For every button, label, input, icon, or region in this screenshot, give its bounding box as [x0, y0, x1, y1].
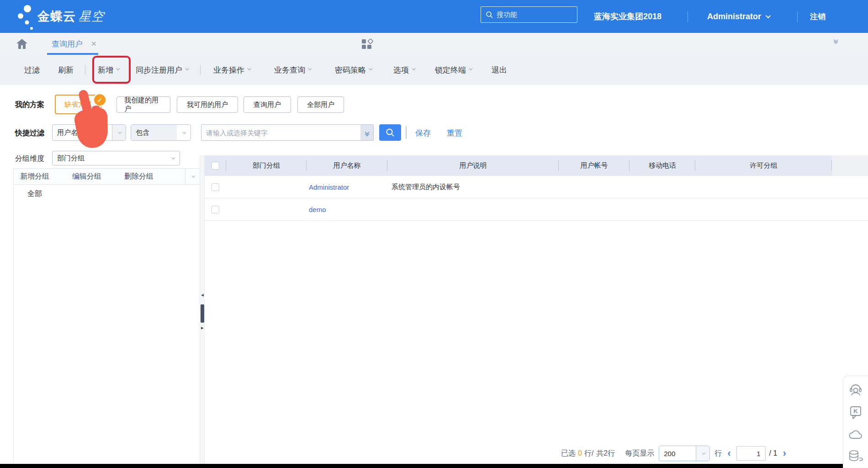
filter-divider: [406, 126, 407, 139]
chevron-down-icon: [177, 125, 191, 140]
page-number-input[interactable]: [736, 446, 766, 461]
users-table: 部门分组 用户名称 用户说明 用户帐号 移动电话 许可分组 Administra…: [205, 155, 868, 221]
group-more-chevron-icon[interactable]: [185, 169, 200, 184]
group-actions-bar: 新增分组 编辑分组 删除分组: [13, 168, 200, 185]
toolbar-biz-operation-button[interactable]: 业务操作: [213, 55, 250, 85]
splitter-collapse-left-icon[interactable]: [201, 294, 204, 297]
next-page-button[interactable]: ›: [783, 448, 786, 458]
per-page-suffix: 行: [715, 449, 722, 458]
scheme-my-created-users-button[interactable]: 我创建的用户: [116, 96, 170, 113]
quick-filter-label: 快捷过滤: [15, 128, 44, 138]
toolbar-lock-terminal-button[interactable]: 锁定终端: [435, 55, 471, 85]
tab-bar: 查询用户 ✕: [0, 33, 868, 55]
action-toolbar: 过滤 刷新 新增 同步注册用户 业务操作 业务查询 密码策略 选项 锁定终端 退…: [0, 55, 868, 85]
logout-button[interactable]: 注销: [810, 0, 826, 33]
selected-check-badge: ✓: [93, 93, 106, 106]
per-page-select[interactable]: 200: [659, 446, 710, 461]
splitter-grip[interactable]: [201, 304, 204, 323]
home-icon[interactable]: [16, 39, 27, 49]
cell-user-desc: [387, 198, 559, 220]
cell-license: [695, 176, 832, 198]
add-group-button[interactable]: 新增分组: [14, 172, 56, 181]
col-dept-group[interactable]: 部门分组: [226, 155, 307, 176]
prev-page-button[interactable]: ‹: [727, 448, 730, 458]
user-menu[interactable]: Administrator: [707, 0, 769, 33]
filter-operator-value: 包含: [131, 125, 177, 140]
toolbar-add-button[interactable]: 新增: [98, 55, 119, 85]
select-all-checkbox[interactable]: [212, 162, 219, 170]
cell-dept: [226, 198, 307, 220]
search-button[interactable]: [379, 124, 401, 141]
row-checkbox[interactable]: [212, 183, 219, 191]
toolbar-exit-button[interactable]: 退出: [492, 55, 507, 85]
toolbar-biz-query-button[interactable]: 业务查询: [274, 55, 311, 85]
col-user-account[interactable]: 用户帐号: [559, 155, 630, 176]
collapse-toolbar-icon[interactable]: [834, 38, 837, 42]
toolbar-password-policy-button[interactable]: 密码策略: [335, 55, 371, 85]
table-row[interactable]: Administrator 系统管理员的内设帐号: [205, 176, 868, 198]
keyword-input-wrap: [201, 124, 374, 141]
my-scheme-label: 我的方案: [15, 100, 44, 110]
apps-grid-icon[interactable]: [36, 39, 699, 50]
search-icon: [386, 128, 395, 137]
global-search-placeholder: 搜功能: [497, 11, 517, 19]
cell-user-desc: 系统管理员的内设帐号: [387, 176, 559, 198]
cell-mobile: [630, 176, 695, 198]
col-user-name[interactable]: 用户名称: [307, 155, 387, 176]
global-search-input[interactable]: 搜功能: [481, 6, 577, 23]
toolbar-filter-button[interactable]: 过滤: [24, 55, 40, 85]
tab-query-users[interactable]: 查询用户 ✕: [47, 33, 101, 55]
toolbar-sync-users-button[interactable]: 同步注册用户: [136, 55, 188, 85]
logo-text-bold: 金蝶云: [37, 10, 76, 23]
save-filter-button[interactable]: 保存: [415, 128, 431, 138]
assistant-side-panel: K: [843, 376, 868, 468]
kingdee-assistant-icon[interactable]: K: [849, 406, 862, 420]
chevron-down-icon: [696, 446, 709, 461]
edit-group-button[interactable]: 编辑分组: [66, 172, 108, 181]
filter-field-select[interactable]: 用户名称: [52, 124, 126, 141]
keyword-input[interactable]: [201, 125, 360, 140]
reset-filter-button[interactable]: 重置: [447, 128, 462, 138]
panel-splitter-handle[interactable]: [200, 155, 205, 464]
data-coins-icon[interactable]: [848, 450, 863, 463]
pagination-bar: 已选 0 行/ 共2行 每页显示 200 行 ‹ / 1 ›: [561, 444, 792, 463]
scheme-all-users-button[interactable]: 全部用户: [297, 96, 344, 113]
chevron-down-icon: [766, 13, 771, 18]
cell-account: [559, 176, 630, 198]
tree-node-all[interactable]: 全部: [14, 185, 200, 199]
group-dimension-select[interactable]: 部门分组: [52, 151, 180, 165]
tab-close-icon[interactable]: ✕: [91, 40, 97, 48]
cloud-icon[interactable]: [848, 429, 863, 440]
customer-service-icon[interactable]: [849, 383, 863, 396]
col-license-group[interactable]: 许可分组: [695, 155, 832, 176]
search-icon: [486, 11, 493, 18]
app-logo-title: 金蝶云星空: [37, 8, 104, 25]
filter-operator-select[interactable]: 包含: [131, 124, 191, 141]
row-checkbox[interactable]: [212, 206, 219, 213]
toolbar-options-button[interactable]: 选项: [393, 55, 414, 85]
tab-label: 查询用户: [52, 39, 83, 49]
table-row[interactable]: demo: [205, 198, 868, 221]
col-user-desc[interactable]: 用户说明: [387, 155, 559, 176]
cell-account: [559, 198, 630, 220]
chevron-down-icon: [116, 66, 120, 70]
keyword-more-icon[interactable]: [360, 125, 373, 140]
user-link[interactable]: demo: [309, 206, 326, 213]
chevron-down-icon: [412, 66, 415, 70]
svg-text:K: K: [853, 408, 858, 415]
splitter-expand-right-icon[interactable]: [201, 327, 204, 330]
chevron-down-icon: [369, 66, 372, 70]
delete-group-button[interactable]: 删除分组: [118, 172, 160, 181]
filter-field-value: 用户名称: [53, 125, 112, 140]
cell-dept: [226, 176, 307, 198]
toolbar-divider: [200, 65, 201, 75]
scheme-my-available-users-button[interactable]: 我可用的用户: [177, 96, 238, 113]
logo-text-light: 星空: [79, 10, 104, 23]
user-link[interactable]: Administrator: [309, 183, 349, 191]
toolbar-refresh-button[interactable]: 刷新: [58, 55, 74, 85]
scheme-query-users-button[interactable]: 查询用户: [243, 96, 291, 113]
chevron-down-icon: [166, 151, 180, 165]
user-name: Administrator: [707, 12, 761, 21]
col-mobile[interactable]: 移动电话: [630, 155, 695, 176]
selected-count: 0: [578, 449, 582, 457]
